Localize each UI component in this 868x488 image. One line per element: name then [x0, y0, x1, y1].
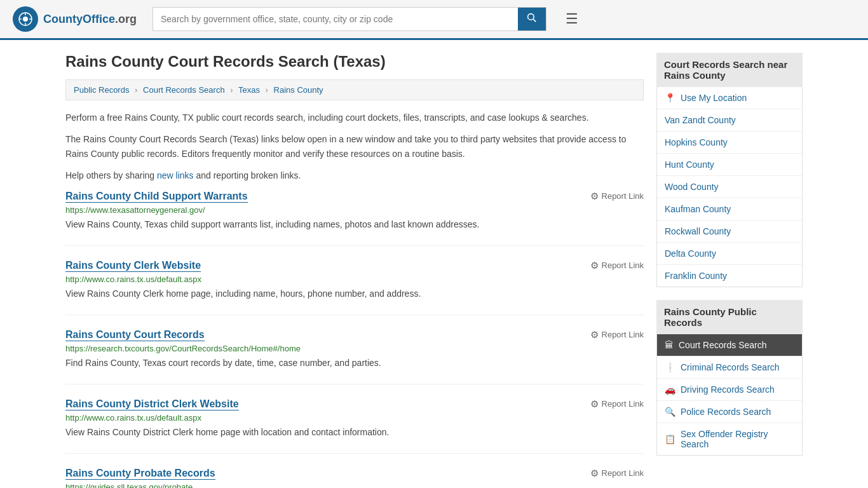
record-title[interactable]: Rains County Child Support Warrants	[65, 191, 248, 203]
main-container: Rains County Court Records Search (Texas…	[53, 40, 815, 488]
report-label: Report Link	[602, 261, 644, 270]
county-link[interactable]: Kaufman County	[665, 204, 731, 214]
records-list: Rains County Child Support Warrants ⚙ Re…	[65, 191, 644, 488]
report-label: Report Link	[602, 468, 644, 478]
public-records-section: Rains County Public Records 🏛 Court Reco…	[656, 300, 803, 456]
record-type-icon: 📋	[665, 434, 675, 444]
svg-point-1	[23, 17, 28, 22]
logo-text: CountyOffice.org	[43, 13, 137, 26]
record-url: https://guides.sll.texas.gov/probate	[65, 482, 644, 488]
breadcrumb-rains-county[interactable]: Rains County	[274, 85, 323, 95]
record-entry: Rains County Child Support Warrants ⚙ Re…	[65, 191, 644, 246]
sidebar: Court Records Search near Rains County 📍…	[656, 53, 803, 488]
county-link[interactable]: Hopkins County	[665, 137, 728, 147]
nearby-county-item[interactable]: Kaufman County	[657, 198, 802, 220]
report-icon: ⚙	[590, 260, 599, 271]
nearby-county-item[interactable]: Hopkins County	[657, 132, 802, 154]
record-desc: View Rains County District Clerk home pa…	[65, 426, 644, 439]
breadcrumb-public-records[interactable]: Public Records	[74, 85, 129, 95]
report-label: Report Link	[602, 191, 644, 201]
record-type-link[interactable]: Police Records Search	[681, 407, 771, 417]
public-record-item[interactable]: 🏛 Court Records Search	[657, 334, 802, 356]
report-link[interactable]: ⚙ Report Link	[590, 260, 644, 271]
county-link[interactable]: Hunt County	[665, 159, 714, 170]
report-icon: ⚙	[590, 398, 599, 410]
county-link[interactable]: Van Zandt County	[665, 115, 736, 125]
nearby-county-item[interactable]: Franklin County	[657, 265, 802, 287]
public-record-item[interactable]: 🚗 Driving Records Search	[657, 379, 802, 401]
search-bar[interactable]	[153, 7, 546, 31]
record-title[interactable]: Rains County Court Records	[65, 329, 205, 341]
svg-line-7	[533, 19, 536, 22]
record-desc: View Rains County Clerk home page, inclu…	[65, 287, 644, 301]
public-record-item[interactable]: 🔍 Police Records Search	[657, 401, 802, 423]
public-record-item[interactable]: ❕ Criminal Records Search	[657, 356, 802, 379]
record-header: Rains County Court Records ⚙ Report Link	[65, 329, 644, 341]
report-label: Report Link	[602, 330, 644, 339]
record-type-icon: 🏛	[665, 340, 674, 350]
site-header: CountyOffice.org ☰	[0, 0, 868, 40]
menu-icon[interactable]: ☰	[566, 11, 578, 27]
record-type-link[interactable]: Driving Records Search	[681, 384, 775, 395]
logo-icon	[13, 6, 38, 32]
record-header: Rains County Probate Records ⚙ Report Li…	[65, 468, 644, 480]
nearby-county-item[interactable]: Rockwall County	[657, 220, 802, 243]
record-type-link[interactable]: Court Records Search	[679, 340, 767, 350]
content-area: Rains County Court Records Search (Texas…	[65, 53, 644, 488]
report-icon: ⚙	[590, 191, 599, 202]
record-title[interactable]: Rains County District Clerk Website	[65, 398, 239, 410]
county-link[interactable]: Wood County	[665, 182, 719, 192]
record-desc: Find Rains County, Texas court records b…	[65, 356, 644, 370]
record-entry: Rains County Court Records ⚙ Report Link…	[65, 329, 644, 384]
public-records-list: 🏛 Court Records Search ❕ Criminal Record…	[656, 334, 803, 456]
record-type-link[interactable]: Criminal Records Search	[681, 362, 780, 372]
logo[interactable]: CountyOffice.org	[13, 6, 140, 32]
description-2: The Rains County Court Records Search (T…	[65, 132, 644, 161]
report-link[interactable]: ⚙ Report Link	[590, 398, 644, 410]
record-header: Rains County Clerk Website ⚙ Report Link	[65, 260, 644, 272]
description-1: Perform a free Rains County, TX public c…	[65, 111, 644, 125]
breadcrumb: Public Records › Court Records Search › …	[65, 79, 644, 100]
record-url: https://research.txcourts.gov/CourtRecor…	[65, 344, 644, 353]
report-link[interactable]: ⚙ Report Link	[590, 468, 644, 479]
nearby-list: 📍 Use My Location Van Zandt CountyHopkin…	[656, 87, 803, 287]
use-location-link[interactable]: Use My Location	[681, 93, 747, 103]
record-entry: Rains County District Clerk Website ⚙ Re…	[65, 398, 644, 454]
county-link[interactable]: Franklin County	[665, 271, 727, 281]
report-link[interactable]: ⚙ Report Link	[590, 191, 644, 202]
public-records-header: Rains County Public Records	[656, 300, 803, 334]
county-link[interactable]: Delta County	[665, 248, 716, 259]
public-record-item[interactable]: 📋 Sex Offender Registry Search	[657, 423, 802, 455]
nearby-county-item[interactable]: Delta County	[657, 243, 802, 265]
record-title[interactable]: Rains County Clerk Website	[65, 260, 201, 272]
record-url: http://www.co.rains.tx.us/default.aspx	[65, 274, 644, 284]
report-label: Report Link	[602, 399, 644, 409]
svg-point-6	[528, 14, 534, 20]
record-type-icon: 🔍	[665, 407, 675, 417]
record-type-link[interactable]: Sex Offender Registry Search	[681, 429, 794, 449]
record-title[interactable]: Rains County Probate Records	[65, 468, 215, 480]
record-desc: View Rains County, Texas child support w…	[65, 218, 644, 231]
new-links[interactable]: new links	[157, 170, 194, 180]
report-link[interactable]: ⚙ Report Link	[590, 329, 644, 341]
breadcrumb-court-records[interactable]: Court Records Search	[143, 85, 225, 95]
nearby-section: Court Records Search near Rains County 📍…	[656, 53, 803, 287]
search-input[interactable]	[153, 8, 518, 30]
county-link[interactable]: Rockwall County	[665, 226, 731, 236]
breadcrumb-texas[interactable]: Texas	[238, 85, 260, 95]
use-my-location[interactable]: 📍 Use My Location	[657, 87, 802, 109]
record-url: http://www.co.rains.tx.us/default.aspx	[65, 413, 644, 423]
record-type-icon: 🚗	[665, 384, 675, 395]
record-type-icon: ❕	[665, 362, 675, 372]
record-header: Rains County District Clerk Website ⚙ Re…	[65, 398, 644, 410]
nearby-header: Court Records Search near Rains County	[656, 53, 803, 87]
nearby-county-item[interactable]: Van Zandt County	[657, 109, 802, 132]
record-entry: Rains County Clerk Website ⚙ Report Link…	[65, 260, 644, 315]
nearby-county-item[interactable]: Hunt County	[657, 154, 802, 176]
page-title: Rains County Court Records Search (Texas…	[65, 53, 644, 71]
report-icon: ⚙	[590, 329, 599, 341]
location-icon: 📍	[665, 93, 675, 103]
nearby-county-item[interactable]: Wood County	[657, 176, 802, 198]
search-button[interactable]	[518, 8, 546, 30]
description-3: Help others by sharing new links and rep…	[65, 168, 644, 182]
